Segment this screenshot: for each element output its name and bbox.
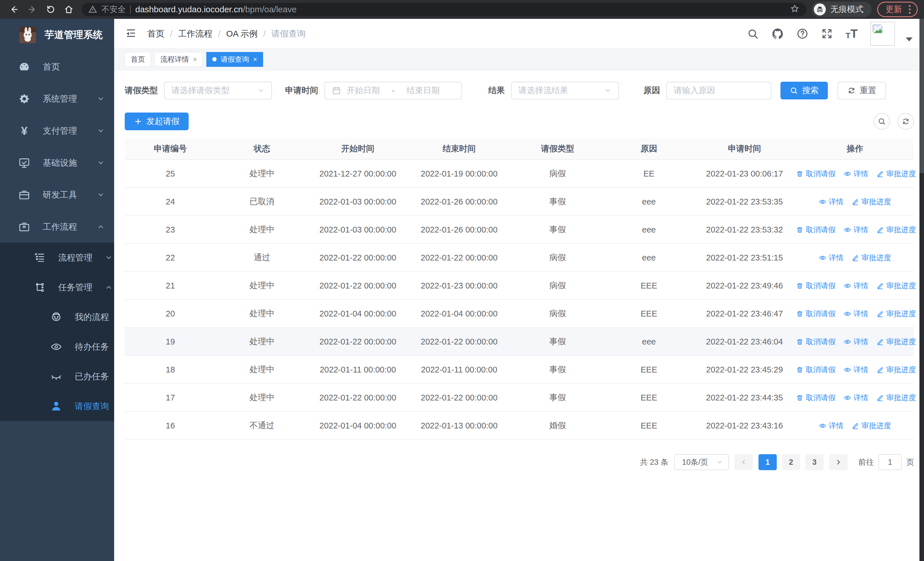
- goto-page-input[interactable]: [878, 454, 902, 470]
- browser-reload-button[interactable]: [43, 2, 58, 17]
- result-select[interactable]: 请选择流结果: [511, 82, 619, 99]
- browser-back-button[interactable]: [6, 2, 22, 17]
- page-button-1[interactable]: 1: [759, 454, 777, 470]
- detail-link[interactable]: 详情: [843, 169, 868, 179]
- scrollbar[interactable]: [920, 19, 924, 561]
- reset-button[interactable]: 重置: [837, 82, 886, 99]
- sidebar-item-home[interactable]: 首页: [0, 51, 114, 83]
- sidebar-item-infrastructure[interactable]: 基础设施: [0, 147, 114, 179]
- bookmark-star-icon[interactable]: [790, 4, 800, 15]
- browser-menu-icon[interactable]: [908, 4, 912, 15]
- table-row[interactable]: 20处理中2022-01-04 00:00:002022-01-04 00:00…: [125, 300, 914, 328]
- reason-input[interactable]: 请输入原因: [666, 82, 771, 99]
- cancel-leave-link[interactable]: 取消请假: [796, 309, 836, 319]
- broken-image-icon: [872, 23, 883, 34]
- create-leave-button[interactable]: 发起请假: [125, 113, 189, 130]
- avatar-dropdown-caret[interactable]: [906, 38, 913, 41]
- progress-icon: [876, 394, 884, 402]
- close-tab-icon[interactable]: ×: [253, 56, 257, 63]
- detail-link[interactable]: 详情: [843, 365, 868, 375]
- sidebar-item-payment[interactable]: ¥ 支付管理: [0, 115, 114, 147]
- op-label: 取消请假: [806, 393, 836, 403]
- avatar[interactable]: [870, 22, 895, 46]
- progress-link[interactable]: 审批进度: [876, 281, 916, 291]
- page-button-3[interactable]: 3: [805, 454, 824, 470]
- detail-icon: [843, 394, 851, 402]
- help-icon[interactable]: [796, 28, 808, 40]
- page-size-select[interactable]: 10条/页: [674, 454, 729, 470]
- detail-link[interactable]: 详情: [819, 421, 843, 431]
- table-row[interactable]: 23处理中2022-01-03 00:00:002022-01-26 00:00…: [125, 216, 914, 244]
- progress-link[interactable]: 审批进度: [876, 169, 916, 179]
- table-row[interactable]: 22通过2022-01-22 00:00:002022-01-22 00:00:…: [125, 244, 914, 272]
- progress-link[interactable]: 审批进度: [852, 253, 891, 263]
- progress-link[interactable]: 审批进度: [876, 365, 916, 375]
- progress-link[interactable]: 审批进度: [876, 225, 916, 235]
- cancel-leave-link[interactable]: 取消请假: [796, 169, 836, 179]
- apply-time-range-picker[interactable]: 开始日期 - 结束日期: [324, 82, 462, 99]
- table-row[interactable]: 25处理中2021-12-27 00:00:002022-01-19 00:00…: [125, 160, 914, 188]
- op-label: 审批进度: [886, 309, 916, 319]
- fullscreen-icon[interactable]: [821, 28, 833, 40]
- cell-operations: 取消请假详情审批进度: [796, 393, 916, 403]
- browser-forward-button[interactable]: [24, 2, 40, 17]
- chevron-down-icon: [604, 87, 612, 94]
- browser-update-button[interactable]: 更新: [877, 2, 918, 17]
- sidebar-item-done-tasks[interactable]: 已办任务: [0, 362, 114, 391]
- breadcrumb-item[interactable]: OA 示例: [226, 28, 258, 40]
- tab[interactable]: 流程详情×: [154, 52, 203, 67]
- font-size-icon[interactable]: TT: [846, 28, 858, 40]
- refresh-table-button[interactable]: [897, 113, 914, 130]
- progress-link[interactable]: 审批进度: [876, 393, 916, 403]
- show-search-button[interactable]: [873, 113, 890, 130]
- sidebar-item-task-management[interactable]: 任务管理: [0, 272, 114, 302]
- search-button[interactable]: 搜索: [780, 82, 828, 99]
- progress-link[interactable]: 审批进度: [852, 197, 891, 207]
- tab[interactable]: 首页: [125, 52, 151, 67]
- sidebar-item-leave-query[interactable]: 请假查询: [0, 391, 114, 421]
- cancel-leave-link[interactable]: 取消请假: [796, 225, 836, 235]
- detail-link[interactable]: 详情: [819, 197, 843, 207]
- table-row[interactable]: 19处理中2022-01-22 00:00:002022-01-22 00:00…: [125, 328, 914, 356]
- sidebar-item-todo-tasks[interactable]: 待办任务: [0, 332, 114, 362]
- cell-end: 2022-01-22 00:00:00: [408, 253, 510, 263]
- sidebar-item-devtools[interactable]: 研发工具: [0, 179, 114, 211]
- table-row[interactable]: 17处理中2022-01-22 00:00:002022-01-22 00:00…: [125, 384, 914, 412]
- cancel-leave-link[interactable]: 取消请假: [796, 337, 836, 347]
- table-row[interactable]: 21处理中2022-01-22 00:00:002022-01-23 00:00…: [125, 272, 914, 300]
- sidebar-fold-icon[interactable]: [125, 27, 137, 40]
- close-tab-icon[interactable]: ×: [193, 56, 197, 63]
- sidebar-item-my-process[interactable]: 我的流程: [0, 302, 114, 332]
- prev-page-button[interactable]: [735, 454, 753, 470]
- next-page-button[interactable]: [829, 454, 848, 470]
- cancel-leave-link[interactable]: 取消请假: [796, 393, 836, 403]
- progress-link[interactable]: 审批进度: [852, 421, 891, 431]
- detail-link[interactable]: 详情: [843, 337, 868, 347]
- breadcrumb-item[interactable]: 首页: [147, 28, 164, 40]
- breadcrumb-item[interactable]: 工作流程: [178, 28, 212, 40]
- table-row[interactable]: 18处理中2022-01-11 00:00:002022-01-11 00:00…: [125, 356, 914, 384]
- scrollbar-thumb[interactable]: [920, 19, 924, 173]
- address-bar[interactable]: 不安全 dashboard.yudao.iocoder.cn/bpm/oa/le…: [82, 3, 806, 16]
- page-button-2[interactable]: 2: [782, 454, 800, 470]
- progress-link[interactable]: 审批进度: [876, 337, 916, 347]
- table-row[interactable]: 24已取消2022-01-03 00:00:002022-01-26 00:00…: [125, 188, 914, 216]
- leave-type-select[interactable]: 请选择请假类型: [164, 82, 272, 99]
- cancel-leave-link[interactable]: 取消请假: [796, 365, 836, 375]
- sidebar-item-workflow[interactable]: 工作流程: [0, 211, 114, 243]
- cancel-leave-link[interactable]: 取消请假: [796, 281, 836, 291]
- progress-link[interactable]: 审批进度: [876, 309, 916, 319]
- github-icon[interactable]: [771, 27, 784, 40]
- cell-id: 23: [125, 225, 216, 235]
- tab[interactable]: 请假查询×: [206, 52, 263, 67]
- table-row[interactable]: 16不通过2022-01-04 00:00:002022-01-13 00:00…: [125, 412, 914, 440]
- detail-link[interactable]: 详情: [843, 225, 868, 235]
- detail-link[interactable]: 详情: [843, 393, 868, 403]
- detail-link[interactable]: 详情: [843, 281, 868, 291]
- sidebar-item-system[interactable]: 系统管理: [0, 83, 114, 115]
- detail-link[interactable]: 详情: [843, 309, 868, 319]
- search-icon[interactable]: [747, 28, 759, 40]
- detail-link[interactable]: 详情: [819, 253, 843, 263]
- browser-home-button[interactable]: [61, 2, 76, 17]
- sidebar-item-process-management[interactable]: 流程管理: [0, 243, 114, 272]
